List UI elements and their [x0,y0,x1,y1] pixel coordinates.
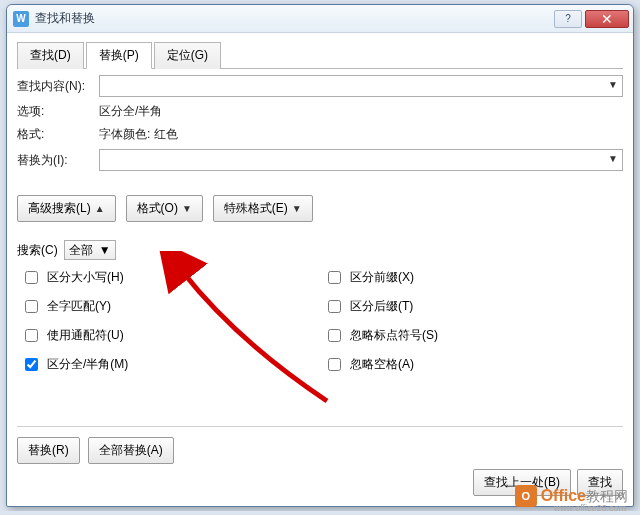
middle-buttons: 高级搜索(L)▲ 格式(O)▼ 特殊格式(E)▼ [17,195,623,222]
search-scope-select[interactable]: 全部 ▼ [64,240,116,260]
chevron-down-icon: ▼ [182,203,192,214]
checkbox[interactable] [25,329,38,342]
find-prev-label: 查找上一处(B) [484,474,560,491]
app-icon: W [13,11,29,27]
check-wholeword[interactable]: 全字匹配(Y) [21,297,320,316]
bottom-right-buttons: 查找上一处(B) 查找 [473,469,623,496]
replace-input[interactable]: ▼ [99,149,623,171]
tab-strip: 查找(D) 替换(P) 定位(G) [17,41,623,69]
row-replace: 替换为(I): ▼ [17,149,623,171]
close-button[interactable]: ✕ [585,10,629,28]
replace-all-button[interactable]: 全部替换(A) [88,437,174,464]
tab-find[interactable]: 查找(D) [17,42,84,69]
client-area: 查找(D) 替换(P) 定位(G) 查找内容(N): ▼ 选项: 区分全/半角 … [7,33,633,506]
find-prev-button[interactable]: 查找上一处(B) [473,469,571,496]
checkbox[interactable] [328,271,341,284]
replace-all-label: 全部替换(A) [99,442,163,459]
check-ignore-punct[interactable]: 忽略标点符号(S) [324,326,623,345]
check-prefix[interactable]: 区分前缀(X) [324,268,623,287]
check-label: 使用通配符(U) [47,327,124,344]
label-find: 查找内容(N): [17,78,99,95]
options-value: 区分全/半角 [99,103,162,120]
tab-goto[interactable]: 定位(G) [154,42,221,69]
dialog-window: W 查找和替换 ? ✕ 查找(D) 替换(P) 定位(G) 查找内容(N): ▼… [6,4,634,507]
check-case[interactable]: 区分大小写(H) [21,268,320,287]
window-title: 查找和替换 [35,10,554,27]
checkbox[interactable] [25,300,38,313]
check-suffix[interactable]: 区分后缀(T) [324,297,623,316]
label-format: 格式: [17,126,99,143]
checkbox[interactable] [25,271,38,284]
check-label: 区分后缀(T) [350,298,413,315]
options-col-left: 区分大小写(H) 全字匹配(Y) 使用通配符(U) 区分全/半角(M) [17,268,320,374]
check-label: 区分全/半角(M) [47,356,128,373]
search-scope-value: 全部 [69,242,93,259]
window-controls: ? ✕ [554,10,629,28]
special-label: 特殊格式(E) [224,200,288,217]
format-button[interactable]: 格式(O)▼ [126,195,203,222]
label-replace: 替换为(I): [17,152,99,169]
tab-replace[interactable]: 替换(P) [86,42,152,69]
chevron-down-icon: ▼ [608,79,618,90]
check-ignore-space[interactable]: 忽略空格(A) [324,355,623,374]
find-next-label: 查找 [588,474,612,491]
special-format-button[interactable]: 特殊格式(E)▼ [213,195,313,222]
check-label: 区分前缀(X) [350,269,414,286]
search-scope: 搜索(C) 全部 ▼ [17,240,623,260]
check-wildcard[interactable]: 使用通配符(U) [21,326,320,345]
bottom-left-buttons: 替换(R) 全部替换(A) [17,426,623,464]
check-label: 忽略空格(A) [350,356,414,373]
checkbox[interactable] [328,358,341,371]
format-value: 字体颜色: 红色 [99,126,178,143]
row-format: 格式: 字体颜色: 红色 [17,126,623,143]
checkbox[interactable] [328,300,341,313]
chevron-down-icon: ▼ [292,203,302,214]
find-input[interactable]: ▼ [99,75,623,97]
advanced-search-button[interactable]: 高级搜索(L)▲ [17,195,116,222]
search-scope-label: 搜索(C) [17,242,58,259]
row-options: 选项: 区分全/半角 [17,103,623,120]
checkbox[interactable] [25,358,38,371]
label-options: 选项: [17,103,99,120]
check-label: 忽略标点符号(S) [350,327,438,344]
options-grid: 区分大小写(H) 全字匹配(Y) 使用通配符(U) 区分全/半角(M) 区分前缀… [17,268,623,374]
chevron-down-icon: ▼ [99,243,111,257]
find-next-button[interactable]: 查找 [577,469,623,496]
chevron-up-icon: ▲ [95,203,105,214]
options-col-right: 区分前缀(X) 区分后缀(T) 忽略标点符号(S) 忽略空格(A) [320,268,623,374]
check-label: 全字匹配(Y) [47,298,111,315]
watermark-url: www.office26.com [554,503,626,511]
checkbox[interactable] [328,329,341,342]
check-fullhalf[interactable]: 区分全/半角(M) [21,355,320,374]
chevron-down-icon: ▼ [608,153,618,164]
replace-label: 替换(R) [28,442,69,459]
titlebar: W 查找和替换 ? ✕ [7,5,633,33]
check-label: 区分大小写(H) [47,269,124,286]
format-btn-label: 格式(O) [137,200,178,217]
help-button[interactable]: ? [554,10,582,28]
replace-button[interactable]: 替换(R) [17,437,80,464]
row-find: 查找内容(N): ▼ [17,75,623,97]
advanced-label: 高级搜索(L) [28,200,91,217]
